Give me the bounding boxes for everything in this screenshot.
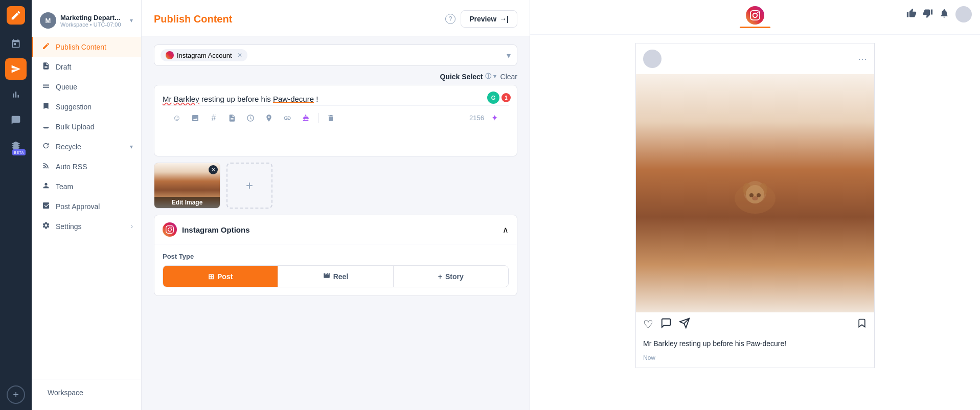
thumbs-down-icon[interactable] — [923, 8, 933, 21]
workspace-nav-label: Workspace — [48, 389, 83, 397]
ig-save-icon[interactable] — [857, 318, 867, 331]
remove-account-button[interactable]: ✕ — [237, 52, 242, 59]
account-expand-icon[interactable]: ▾ — [507, 51, 511, 60]
nav-publish-content[interactable]: Publish Content — [32, 37, 141, 57]
nav-team[interactable]: Team — [32, 176, 141, 196]
clock-icon[interactable] — [242, 110, 259, 126]
clear-button[interactable]: Clear — [500, 73, 517, 81]
account-chip[interactable]: Instagram Account ✕ — [161, 49, 247, 61]
quick-select-bar: Quick Select ⓘ ▾ Clear — [154, 72, 517, 81]
add-media-button[interactable]: + — [226, 163, 272, 209]
auto-rss-nav-label: Auto RSS — [56, 163, 87, 171]
sidebar-messages-icon[interactable] — [5, 109, 27, 131]
nav-bottom-items: Workspace — [32, 379, 141, 402]
location-icon[interactable] — [261, 110, 277, 126]
image-icon[interactable] — [187, 110, 203, 126]
magic-wand-icon[interactable]: ✦ — [486, 110, 503, 126]
workspace-name: Marketing Depart... — [60, 14, 126, 21]
publish-header: Publish Content ? Preview →| — [142, 0, 530, 36]
instagram-preview-tab[interactable] — [740, 6, 770, 28]
media-area: ✕ Edit Image + — [154, 163, 517, 209]
sidebar-publish-icon[interactable] — [5, 58, 27, 80]
hashtag-icon[interactable]: # — [206, 110, 222, 126]
workspace-chevron-icon: ▾ — [130, 17, 133, 24]
svg-point-7 — [752, 196, 758, 200]
sidebar-calendar-icon[interactable] — [5, 33, 27, 54]
queue-nav-icon — [41, 82, 51, 92]
trash-icon[interactable] — [323, 110, 339, 126]
instagram-options-collapse-icon: ∧ — [503, 225, 509, 235]
post-type-story-icon: + — [438, 272, 442, 281]
user-avatar[interactable] — [955, 6, 972, 22]
ig-comment-icon[interactable] — [660, 317, 672, 332]
add-workspace-button[interactable]: + — [7, 385, 25, 404]
nav-draft[interactable]: Draft — [32, 57, 141, 77]
grammarly-icon[interactable]: G — [487, 92, 499, 104]
nav-settings[interactable]: Settings › — [32, 216, 141, 236]
publish-nav-icon — [41, 42, 51, 52]
ig-like-icon[interactable]: ♡ — [643, 318, 653, 331]
ig-post-more-icon[interactable]: ⋯ — [858, 53, 867, 64]
post-type-post-button[interactable]: ⊞ Post — [163, 266, 278, 287]
sidebar-analytics-icon[interactable] — [5, 84, 27, 105]
app-logo[interactable] — [7, 6, 25, 25]
instagram-dot-icon — [166, 51, 174, 59]
suggestion-nav-label: Suggestion — [56, 103, 92, 111]
quick-select-info-icon[interactable]: ⓘ — [485, 72, 491, 81]
preview-panel: ⋯ — [530, 0, 980, 410]
text-word-paw-decure: Paw-decure — [273, 95, 314, 103]
auto-rss-nav-icon — [41, 162, 51, 171]
notification-badge: 1 — [502, 93, 511, 102]
post-type-story-button[interactable]: + Story — [393, 266, 508, 287]
nav-workspace[interactable]: Workspace — [32, 383, 141, 402]
team-nav-icon — [41, 181, 51, 191]
publish-panel: Publish Content ? Preview →| Instagram A… — [142, 0, 530, 410]
link-icon[interactable] — [279, 110, 295, 126]
workspace-info: Marketing Depart... Workspace • UTC-07:0… — [60, 14, 126, 28]
compose-text: Mr Barkley resting up before his Paw-dec… — [163, 94, 509, 105]
quick-select-label: Quick Select ⓘ ▾ — [440, 72, 496, 81]
emoji-icon[interactable]: ☺ — [169, 110, 185, 126]
nav-bulk-upload[interactable]: Bulk Upload — [32, 117, 141, 136]
nav-recycle[interactable]: Recycle ▾ — [32, 136, 141, 156]
help-icon[interactable]: ? — [445, 14, 455, 24]
nav-auto-rss[interactable]: Auto RSS — [32, 156, 141, 176]
preview-arrow-icon: →| — [499, 15, 509, 23]
thumbs-up-icon[interactable] — [906, 8, 917, 21]
post-type-post-icon: ⊞ — [208, 272, 214, 281]
nav-queue[interactable]: Queue — [32, 77, 141, 97]
text-compose[interactable]: Mr Barkley resting up before his Paw-dec… — [154, 85, 517, 156]
recycle-nav-label: Recycle — [56, 143, 81, 151]
remove-media-button[interactable]: ✕ — [209, 165, 218, 174]
toolbar-separator — [318, 113, 318, 123]
instagram-tab-underline — [740, 27, 770, 28]
settings-nav-label: Settings — [56, 222, 82, 231]
quick-select-chevron-icon[interactable]: ▾ — [493, 73, 496, 80]
sidebar-bottom: + — [7, 385, 25, 404]
main-content: Publish Content ? Preview →| Instagram A… — [142, 0, 980, 410]
workspace-selector[interactable]: M Marketing Depart... Workspace • UTC-07… — [32, 8, 141, 37]
suggestion-nav-icon — [41, 102, 51, 111]
workspace-avatar: M — [40, 12, 56, 29]
post-type-area: Post Type ⊞ Post Reel — [154, 244, 517, 295]
recycle-nav-icon — [41, 142, 51, 151]
media-thumbnail[interactable]: ✕ Edit Image — [154, 163, 220, 209]
ai-badge-area: G 1 — [487, 92, 511, 104]
document-icon[interactable] — [224, 110, 240, 126]
nav-post-approval[interactable]: Post Approval — [32, 196, 141, 216]
ig-share-icon[interactable] — [679, 317, 690, 332]
nav-suggestion[interactable]: Suggestion — [32, 97, 141, 117]
ig-post-card: ⋯ — [635, 43, 875, 368]
notification-icon[interactable] — [939, 8, 949, 21]
post-type-reel-icon — [323, 272, 330, 281]
svg-point-5 — [749, 193, 754, 197]
instagram-options-header[interactable]: Instagram Options ∧ — [154, 215, 517, 244]
sidebar-layers-icon[interactable]: BETA — [5, 135, 27, 156]
queue-nav-label: Queue — [56, 83, 77, 91]
bot-icon[interactable] — [298, 110, 314, 126]
header-actions — [906, 6, 972, 22]
compose-toolbar: ☺ # — [163, 105, 509, 130]
text-word-barkley: Barkley — [174, 95, 199, 103]
preview-button[interactable]: Preview →| — [461, 10, 517, 28]
post-type-reel-button[interactable]: Reel — [278, 266, 393, 287]
